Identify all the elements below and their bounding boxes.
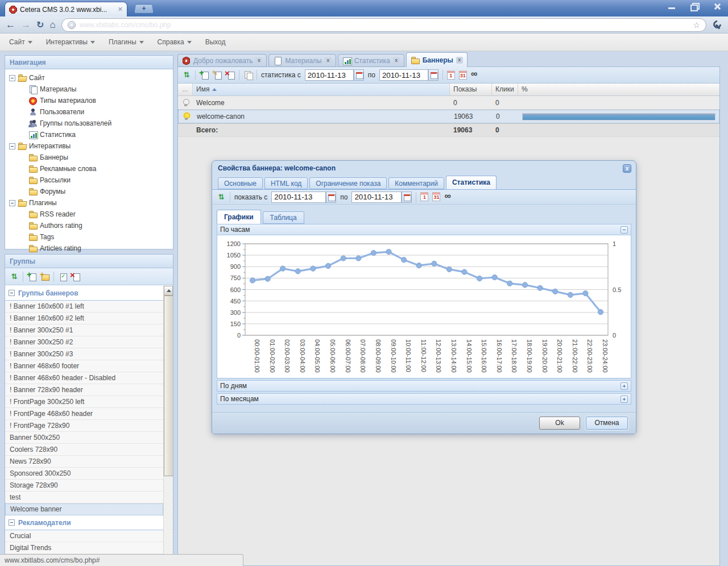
forward-icon[interactable]: → xyxy=(21,20,31,30)
bookmark-star-icon[interactable]: ☆ xyxy=(693,20,700,30)
dialog-tab[interactable]: HTML код xyxy=(264,177,308,189)
list-item[interactable]: Crucial xyxy=(5,530,163,542)
group-section-header[interactable]: Группы баннеров xyxy=(5,286,163,301)
month-range-icon[interactable]: 31 xyxy=(432,193,440,201)
tree-node[interactable]: Интерактивы xyxy=(5,140,173,152)
tree-leaf[interactable]: Tags xyxy=(5,231,173,243)
dialog-tab[interactable]: Основные xyxy=(218,177,263,189)
cancel-button[interactable]: Отмена xyxy=(586,417,628,430)
tab-Статистика[interactable]: Статистикаx xyxy=(338,54,404,67)
tree-node[interactable]: Плагины xyxy=(5,197,173,209)
tab-Баннеры[interactable]: Баннерыx xyxy=(406,52,468,67)
copy-icon[interactable] xyxy=(243,70,253,80)
list-item[interactable]: Welcome banner xyxy=(5,503,163,515)
delete-banner-icon[interactable] xyxy=(226,70,235,80)
charts-subtab[interactable]: Таблица xyxy=(263,211,304,224)
edit-banner-icon[interactable] xyxy=(213,70,222,80)
tree-leaf[interactable]: Articles rating xyxy=(5,243,173,254)
day-range-icon[interactable]: 1 xyxy=(420,193,428,201)
list-item[interactable]: Sponsored 300x250 xyxy=(5,468,163,480)
date-from-input[interactable] xyxy=(305,69,354,81)
tree-leaf[interactable]: Баннеры xyxy=(5,152,173,163)
checklist-icon[interactable] xyxy=(58,272,67,281)
column-header-clicks[interactable]: Клики xyxy=(492,84,518,95)
dialog-tab[interactable]: Комментарий xyxy=(388,177,444,189)
tree-leaf[interactable]: Материалы xyxy=(5,84,173,95)
list-item[interactable]: Banner 500x250 xyxy=(5,432,163,444)
menu-item[interactable]: Интерактивы xyxy=(46,38,95,46)
list-item[interactable]: ! Banner 300x250 #3 xyxy=(5,348,163,360)
day-range-icon[interactable]: 1 xyxy=(447,71,455,80)
new-tab-button[interactable]: + xyxy=(134,4,154,14)
list-item[interactable]: ! Banner 728x90 header xyxy=(5,384,163,396)
list-item[interactable]: ! FrontPage 300x250 left xyxy=(5,396,163,408)
tab-close-icon[interactable]: x xyxy=(255,57,262,64)
expand-icon[interactable] xyxy=(621,396,628,403)
close-icon[interactable] xyxy=(710,2,725,11)
table-row[interactable]: Welcome 0 0 xyxy=(178,96,719,110)
browser-tab[interactable]: Cetera CMS 3.0.2 www.xbi... ✕ xyxy=(5,2,127,16)
calendar-icon[interactable] xyxy=(354,69,364,81)
panel-daily-header[interactable]: По дням xyxy=(217,380,631,392)
minimize-icon[interactable] xyxy=(664,2,679,11)
ok-button[interactable]: Ok xyxy=(539,417,580,430)
refresh-icon[interactable]: ⇅ xyxy=(217,193,226,202)
tab-close-icon[interactable]: x xyxy=(325,57,332,64)
tree-leaf[interactable]: Статистика xyxy=(5,129,173,140)
list-item[interactable]: News 728x90 xyxy=(5,456,163,468)
add-folder-icon[interactable] xyxy=(40,272,49,281)
scrollbar-thumb[interactable] xyxy=(164,296,173,476)
list-item[interactable]: Storage 728x90 xyxy=(5,480,163,492)
tree-node[interactable]: Сайт xyxy=(5,72,173,84)
menu-item[interactable]: Плагины xyxy=(109,38,144,46)
dialog-date-to-input[interactable] xyxy=(351,192,402,203)
dialog-tab[interactable]: Ограничение показа xyxy=(309,177,387,189)
month-range-icon[interactable]: 31 xyxy=(459,71,467,80)
address-bar[interactable]: www.xbitlabs.com/cms/bo.php ☆ xyxy=(61,18,706,32)
calendar-icon[interactable] xyxy=(428,69,439,81)
column-header-name[interactable]: Имя xyxy=(193,84,450,95)
refresh-icon[interactable]: ⇅ xyxy=(182,70,191,80)
panel-hourly-header[interactable]: По часам xyxy=(217,224,631,235)
calendar-icon[interactable] xyxy=(326,192,336,203)
tree-leaf[interactable]: Пользователи xyxy=(5,106,173,118)
reload-icon[interactable]: ↻ xyxy=(36,20,44,30)
table-row-selected[interactable]: welcome-canon 19063 0 xyxy=(178,110,719,123)
list-item[interactable]: ! Banner 468x60 header - Disabled xyxy=(5,372,163,384)
list-item[interactable]: ! Banner 468x60 footer xyxy=(5,360,163,372)
tree-leaf[interactable]: Рассылки xyxy=(5,174,173,186)
tree-leaf[interactable]: Authors rating xyxy=(5,220,173,231)
tab-close-icon[interactable]: x xyxy=(456,57,463,64)
group-section-header[interactable]: Рекламодатели xyxy=(5,515,163,530)
tab-Добро пожаловать[interactable]: Добро пожаловатьx xyxy=(177,54,267,67)
list-item[interactable]: ! Banner 160x600 #2 left xyxy=(5,313,163,324)
date-to-input[interactable] xyxy=(379,69,428,81)
refresh-icon[interactable]: ⇅ xyxy=(10,272,19,281)
list-item[interactable]: Digital Trends xyxy=(5,542,163,554)
menu-item[interactable]: Сайт xyxy=(9,38,32,46)
list-item[interactable]: test xyxy=(5,492,163,503)
delete-icon[interactable] xyxy=(71,272,80,281)
tree-leaf[interactable]: Группы пользователей xyxy=(5,118,173,129)
tree-leaf[interactable]: Рекламные слова xyxy=(5,163,173,174)
dialog-close-icon[interactable]: x xyxy=(623,164,631,173)
tree-leaf[interactable]: Типы материалов xyxy=(5,95,173,106)
groups-scrollbar[interactable] xyxy=(163,286,173,565)
infinity-range-icon[interactable] xyxy=(471,70,480,80)
menu-item[interactable]: Справка xyxy=(158,38,192,46)
home-icon[interactable]: ⌂ xyxy=(49,20,55,30)
column-header-shows[interactable]: Показы xyxy=(450,84,492,95)
tree-leaf[interactable]: Форумы xyxy=(5,186,173,197)
dialog-tab[interactable]: Статистика xyxy=(446,176,497,189)
list-item[interactable]: ! Banner 300x250 #2 xyxy=(5,336,163,348)
expand-icon[interactable] xyxy=(621,382,628,390)
back-icon[interactable]: ← xyxy=(6,20,15,30)
calendar-icon[interactable] xyxy=(402,192,412,203)
list-item[interactable]: Coolers 728x90 xyxy=(5,444,163,456)
tab-Материалы[interactable]: Материалыx xyxy=(268,54,336,67)
scroll-up-icon[interactable] xyxy=(164,286,173,296)
tab-close-icon[interactable]: x xyxy=(393,57,400,64)
wrench-menu-icon[interactable] xyxy=(712,20,722,30)
infinity-range-icon[interactable] xyxy=(444,193,453,202)
list-item[interactable]: ! FrontPage 468x60 header xyxy=(5,408,163,420)
